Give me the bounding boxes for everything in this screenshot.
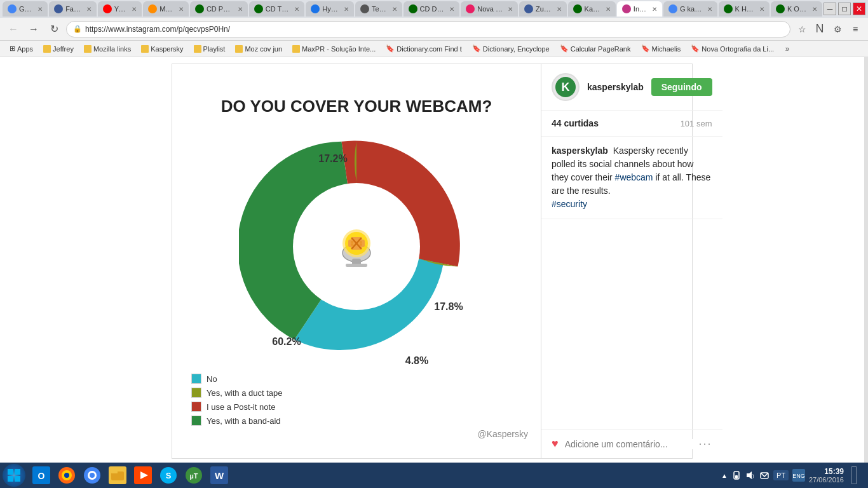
back-btn[interactable]: ←	[5, 21, 22, 37]
bookmark-michaelis[interactable]: 🔖 Michaelis	[637, 42, 686, 56]
taskbar-chrome[interactable]	[80, 464, 104, 487]
scrollbar[interactable]	[864, 57, 868, 463]
caption-hashtag-webcam[interactable]: #webcam	[615, 172, 653, 182]
forward-btn[interactable]: →	[25, 21, 42, 37]
svg-text:): )	[752, 473, 754, 478]
folder-icon	[43, 45, 51, 53]
tab-hyp[interactable]: Hyp... ✕	[306, 1, 354, 17]
profile-username[interactable]: kasperskylab	[587, 82, 644, 92]
legend-item-bandaid: Yes, with a band-aid	[191, 416, 283, 426]
comment-input[interactable]	[565, 439, 693, 449]
chart-title: DO YOU COVER YOUR WEBCAM?	[221, 97, 492, 116]
explorer-icon	[109, 466, 126, 484]
tab-cdtv[interactable]: CD TV... ✕	[249, 1, 304, 17]
browser-window: Go... ✕ Fac... ✕ Yu... ✕ Mã... ✕ CD Par.…	[0, 0, 868, 488]
tab-nova[interactable]: Nova c... ✕	[461, 1, 518, 17]
bookmark-maxpr[interactable]: MaxPR - Solução Inte...	[288, 42, 380, 56]
heart-icon[interactable]: ♥	[552, 437, 559, 451]
bookmark-icon: 🔖	[472, 44, 481, 53]
close-btn[interactable]: ✕	[853, 3, 865, 15]
tab-ma[interactable]: Mã... ✕	[143, 1, 189, 17]
taskbar-explorer[interactable]	[105, 464, 130, 487]
bookmark-icon: 🔖	[386, 44, 395, 53]
post-image-area: DO YOU COVER YOUR WEBCAM?	[172, 64, 541, 458]
tray-chevron[interactable]: ▲	[721, 472, 728, 479]
tab-cdde[interactable]: CD De... ✕	[403, 1, 460, 17]
menu-btn[interactable]: ≡	[848, 22, 863, 37]
reload-btn[interactable]: ↻	[46, 21, 62, 37]
taskbar-media-player[interactable]	[131, 464, 155, 487]
show-desktop-btn[interactable]	[848, 464, 860, 487]
language-indicator[interactable]: PT	[773, 470, 789, 480]
svg-point-9	[351, 241, 353, 243]
taskbar-firefox[interactable]	[55, 464, 79, 487]
bookmark-dictionary-enc[interactable]: 🔖 Dictionary, Encyclope	[468, 42, 554, 56]
taskbar-skype[interactable]: S	[156, 464, 180, 487]
bookmark-nova-ortografia[interactable]: 🔖 Nova Ortografia da Li...	[686, 42, 778, 56]
tab-kon[interactable]: K On... ✕	[771, 1, 822, 17]
taskbar-word[interactable]: W	[207, 464, 231, 487]
taskbar-bittorrent[interactable]: µT	[182, 464, 206, 487]
bookmarks-more-btn[interactable]: »	[780, 41, 795, 57]
tab-zuc[interactable]: Zuc... ✕	[519, 1, 567, 17]
bookmark-playlist[interactable]: Playlist	[189, 42, 230, 56]
bookmark-icon: 🔖	[691, 44, 700, 53]
media-player-icon	[134, 466, 152, 484]
norton-btn[interactable]: N	[812, 22, 827, 37]
legend-label-bandaid: Yes, with a band-aid	[207, 416, 281, 426]
bittorrent-icon: µT	[185, 466, 203, 484]
chrome-icon	[83, 466, 101, 484]
bookmark-star-btn[interactable]: ☆	[794, 22, 810, 37]
maximize-btn[interactable]: □	[838, 3, 851, 15]
time-ago: 101 sem	[681, 119, 712, 128]
legend-label-no: No	[207, 374, 217, 384]
post-wrapper: DO YOU COVER YOUR WEBCAM?	[172, 64, 693, 459]
caption-hashtag-security[interactable]: #security	[552, 199, 587, 209]
tab-kas[interactable]: Kas... ✕	[568, 1, 616, 17]
legend-item-postit: I use a Post-it note	[191, 402, 283, 412]
post-layout: DO YOU COVER YOUR WEBCAM?	[172, 64, 692, 458]
bookmark-kaspersky[interactable]: Kaspersky	[137, 42, 187, 56]
profile-avatar[interactable]: K	[552, 73, 580, 101]
bookmarks-bar: ⊞ Apps Jeffrey Mozilla links Kaspersky P…	[0, 41, 868, 57]
kaspersky-avatar-svg: K	[553, 74, 578, 100]
minimize-btn[interactable]: ─	[824, 3, 836, 15]
bookmark-moz-cov[interactable]: Moz cov jun	[231, 42, 287, 56]
tab-facebook[interactable]: Fac... ✕	[49, 1, 97, 17]
extensions-btn[interactable]: ⚙	[830, 22, 845, 37]
legend-color-ducttape	[191, 388, 201, 398]
bookmark-calcular[interactable]: 🔖 Calcular PageRank	[555, 42, 635, 56]
tab-kho[interactable]: K Ho... ✕	[719, 1, 770, 17]
follow-button[interactable]: Seguindo	[651, 78, 712, 96]
bookmark-dictionary-find[interactable]: 🔖 Dictionary.com Find t	[381, 42, 466, 56]
tab-cdpar[interactable]: CD Par... ✕	[190, 1, 248, 17]
legend-item-ducttape: Yes, with a duct tape	[191, 388, 283, 398]
word-icon: W	[210, 466, 228, 484]
taskbar-outlook[interactable]: O	[29, 464, 53, 487]
svg-point-27	[90, 473, 95, 478]
bookmark-icon: 🔖	[641, 44, 650, 53]
notification-icon	[759, 470, 770, 480]
more-options-btn[interactable]: ···	[699, 437, 712, 451]
bookmark-apps[interactable]: ⊞ Apps	[5, 42, 37, 56]
tab-gkas[interactable]: G kas... ✕	[663, 1, 717, 17]
svg-rect-17	[15, 469, 20, 475]
svg-point-12	[360, 243, 362, 246]
svg-text:K: K	[562, 81, 570, 93]
tab-instagram[interactable]: Ins... ✕	[617, 1, 662, 17]
address-bar[interactable]: 🔒 https://www.instagram.com/p/qecvpsP0Hn…	[66, 21, 790, 37]
percent-postit-label: 17.8%	[434, 301, 463, 312]
tab-tec[interactable]: Tec... ✕	[355, 1, 402, 17]
start-button[interactable]	[3, 464, 25, 487]
sidebar-actions: ♥ ···	[541, 429, 722, 458]
bookmark-mozilla[interactable]: Mozilla links	[79, 42, 135, 56]
title-bar: Go... ✕ Fac... ✕ Yu... ✕ Mã... ✕ CD Par.…	[0, 0, 868, 18]
tab-google[interactable]: Go... ✕	[3, 1, 48, 17]
bookmark-jeffrey[interactable]: Jeffrey	[39, 42, 78, 56]
svg-rect-18	[8, 476, 13, 482]
sidebar-header: K kasperskylab Seguindo	[541, 64, 722, 111]
tab-youtube[interactable]: Yu... ✕	[98, 1, 142, 17]
caption-username[interactable]: kasperskylab	[552, 146, 608, 156]
toolbar-actions: ☆ N ⚙ ≡	[794, 22, 863, 37]
firefox-icon	[58, 466, 76, 484]
